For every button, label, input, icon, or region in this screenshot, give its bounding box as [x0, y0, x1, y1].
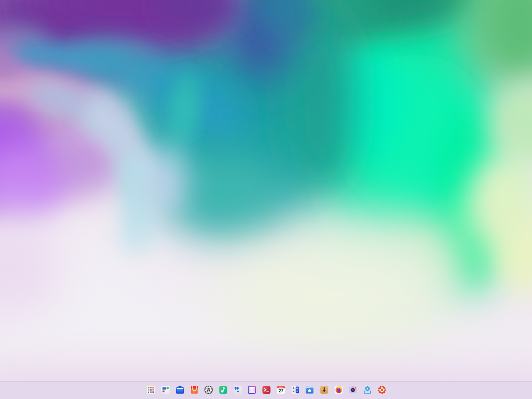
svg-text:MARCH: MARCH: [279, 387, 283, 388]
svg-text:27: 27: [278, 389, 283, 393]
